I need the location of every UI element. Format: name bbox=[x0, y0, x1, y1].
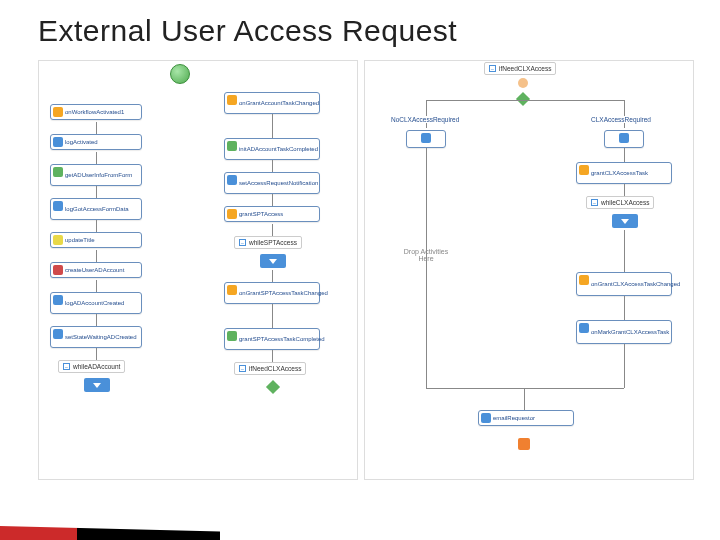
while-sptaccess-header[interactable]: −whileSPTAccess bbox=[234, 236, 302, 249]
activity-label: emailRequestor bbox=[493, 415, 535, 422]
activity-initadtask[interactable]: initADAccountTaskCompleted bbox=[224, 138, 320, 160]
log-icon bbox=[53, 201, 63, 211]
data-icon bbox=[53, 167, 63, 177]
connector bbox=[426, 100, 624, 101]
activity-updatetitle[interactable]: updateTitle bbox=[50, 232, 142, 248]
if-label: ifNeedCLXAccess bbox=[249, 365, 301, 372]
branch-clxreq-box[interactable] bbox=[604, 130, 644, 148]
activity-label: onWorkflowActivated1 bbox=[65, 109, 124, 116]
end-icon bbox=[518, 438, 530, 450]
connector bbox=[96, 348, 97, 360]
log-icon bbox=[53, 137, 63, 147]
connector bbox=[96, 152, 97, 164]
connector bbox=[624, 296, 625, 320]
check-icon bbox=[227, 331, 237, 341]
if-label: ifNeedCLXAccess bbox=[499, 65, 551, 72]
connector bbox=[272, 160, 273, 172]
task-icon bbox=[579, 165, 589, 175]
branch-noclx-box[interactable] bbox=[406, 130, 446, 148]
connector bbox=[624, 184, 625, 196]
connector bbox=[426, 148, 427, 388]
collapse-icon[interactable]: − bbox=[63, 363, 70, 370]
connector bbox=[624, 100, 625, 128]
activity-onworkflowactivated[interactable]: onWorkflowActivated1 bbox=[50, 104, 142, 120]
collapse-icon[interactable]: − bbox=[489, 65, 496, 72]
connector bbox=[96, 280, 97, 292]
while-clxaccess-body[interactable] bbox=[612, 214, 638, 228]
connector bbox=[96, 314, 97, 326]
while-label: whileSPTAccess bbox=[249, 239, 297, 246]
connector bbox=[272, 270, 273, 282]
activity-label: updateTitle bbox=[65, 237, 94, 244]
activity-label: onMarkGrantCLXAccessTask bbox=[591, 329, 669, 336]
user-icon bbox=[53, 265, 63, 275]
page-title: External User Access Request bbox=[0, 0, 720, 52]
activity-label: onGrantSPTAccessTaskChanged bbox=[239, 290, 328, 297]
activity-label: grantCLXAccessTask bbox=[591, 170, 648, 177]
while-adaccount-header[interactable]: −whileADAccount bbox=[58, 360, 125, 373]
activity-label: onGrantAccountTaskChanged bbox=[239, 100, 319, 107]
connector bbox=[426, 388, 624, 389]
activity-label: initADAccountTaskCompleted bbox=[239, 146, 318, 153]
log-icon bbox=[53, 295, 63, 305]
grant-icon bbox=[227, 209, 237, 219]
activity-ongranttaskchanged[interactable]: onGrantAccountTaskChanged bbox=[224, 92, 320, 114]
activity-label: setAccessRequestNotification bbox=[239, 180, 318, 187]
connector bbox=[96, 220, 97, 232]
collapse-icon[interactable]: − bbox=[239, 239, 246, 246]
activity-createuserad[interactable]: createUserADAccount bbox=[50, 262, 142, 278]
connector bbox=[96, 122, 97, 134]
activity-loggotaccess[interactable]: logGotAccessFormData bbox=[50, 198, 142, 220]
activity-grantsptaccess[interactable]: grantSPTAccess bbox=[224, 206, 320, 222]
connector bbox=[272, 224, 273, 236]
while-clxaccess-header[interactable]: −whileCLXAccess bbox=[586, 196, 654, 209]
activity-label: setStateWaitingADCreated bbox=[65, 334, 136, 341]
while-sptaccess-body[interactable] bbox=[260, 254, 286, 268]
activity-sptaccesscompleted[interactable]: grantSPTAccessTaskCompleted bbox=[224, 328, 320, 350]
collapse-icon[interactable]: − bbox=[239, 365, 246, 372]
check-icon bbox=[227, 141, 237, 151]
activity-markgrantclx[interactable]: onMarkGrantCLXAccessTask bbox=[576, 320, 672, 344]
branch-clxreq: CLXAccessRequired bbox=[590, 116, 652, 123]
task-icon bbox=[227, 95, 237, 105]
branch-icon bbox=[619, 133, 629, 143]
activity-logactivated[interactable]: logActivated bbox=[50, 134, 142, 150]
activity-getaduserinfo[interactable]: getADUserInfoFromForm bbox=[50, 164, 142, 186]
update-icon bbox=[53, 235, 63, 245]
if-needclx-top[interactable]: −ifNeedCLXAccess bbox=[484, 62, 556, 75]
activity-label: grantSPTAccessTaskCompleted bbox=[239, 336, 325, 343]
activity-label: logADAccountCreated bbox=[65, 300, 124, 307]
while-label: whileADAccount bbox=[73, 363, 120, 370]
task-icon bbox=[227, 285, 237, 295]
activity-grantclxtask[interactable]: grantCLXAccessTask bbox=[576, 162, 672, 184]
connector bbox=[524, 388, 525, 410]
activity-label: getADUserInfoFromForm bbox=[65, 172, 132, 179]
activity-label: logActivated bbox=[65, 139, 98, 146]
activity-label: grantSPTAccess bbox=[239, 211, 283, 218]
activity-setaccessnotif[interactable]: setAccessRequestNotification bbox=[224, 172, 320, 194]
person-icon bbox=[518, 78, 528, 88]
activity-emailrequestor[interactable]: emailRequestor bbox=[478, 410, 574, 426]
connector bbox=[272, 304, 273, 328]
branch-icon bbox=[421, 133, 431, 143]
branch-noclx: NoCLXAccessRequired bbox=[390, 116, 460, 123]
task-icon bbox=[579, 275, 589, 285]
notify-icon bbox=[227, 175, 237, 185]
connector bbox=[624, 344, 625, 388]
connector bbox=[96, 250, 97, 262]
activity-logadaccount[interactable]: logADAccountCreated bbox=[50, 292, 142, 314]
connector bbox=[96, 186, 97, 198]
start-icon bbox=[170, 64, 190, 84]
while-adaccount-body[interactable] bbox=[84, 378, 110, 392]
activity-ongrantclxtask[interactable]: onGrantCLXAccessTaskChanged bbox=[576, 272, 672, 296]
activity-label: onGrantCLXAccessTaskChanged bbox=[591, 281, 680, 288]
connector bbox=[272, 350, 273, 362]
connector bbox=[272, 194, 273, 206]
collapse-icon[interactable]: − bbox=[591, 199, 598, 206]
activity-setstatewaiting[interactable]: setStateWaitingADCreated bbox=[50, 326, 142, 348]
activity-ongrantspttask[interactable]: onGrantSPTAccessTaskChanged bbox=[224, 282, 320, 304]
if-needclx-header[interactable]: −ifNeedCLXAccess bbox=[234, 362, 306, 375]
connector bbox=[426, 100, 427, 128]
connector bbox=[624, 230, 625, 272]
state-icon bbox=[53, 329, 63, 339]
